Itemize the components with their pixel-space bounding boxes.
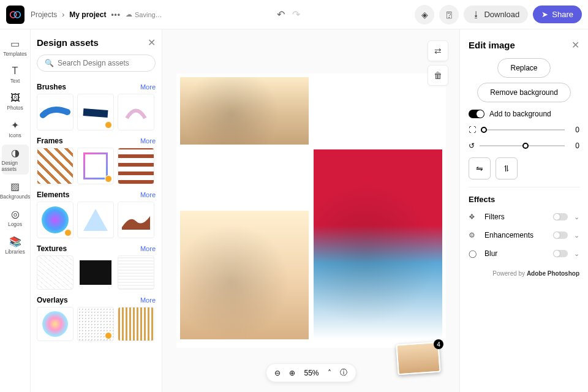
nav-libraries[interactable]: 📚Libraries <box>2 233 29 257</box>
breadcrumb: Projects › My project ••• ☁ Saving… <box>31 10 162 19</box>
collage-cell[interactable] <box>314 149 442 339</box>
breadcrumb-root[interactable]: Projects <box>31 10 57 19</box>
zoom-controls: ⊖ ⊕ 55% ˄ ⓘ <box>265 363 356 382</box>
enhancements-toggle[interactable] <box>553 232 568 239</box>
asset-thumb[interactable] <box>77 94 114 130</box>
share-button[interactable]: ➤ Share <box>533 6 582 23</box>
nav-backgrounds[interactable]: ▨Backgrounds <box>2 178 29 202</box>
close-icon[interactable]: ✕ <box>148 37 156 48</box>
add-to-background-toggle[interactable] <box>469 110 484 118</box>
section-frames: Frames <box>37 137 63 145</box>
effect-filters[interactable]: ❖ Filters ⌄ <box>469 208 579 226</box>
zoom-in-icon[interactable]: ⊕ <box>289 369 295 377</box>
nav-icons[interactable]: ✦Icons <box>2 117 29 141</box>
chevron-down-icon[interactable]: ⌄ <box>574 213 579 221</box>
collage-cell[interactable] <box>180 77 309 145</box>
swap-layout-button[interactable]: ⇄ <box>428 40 448 61</box>
asset-thumb[interactable] <box>77 202 114 238</box>
asset-thumb[interactable] <box>118 148 154 184</box>
remove-background-button[interactable]: Remove background <box>477 83 571 102</box>
design-assets-icon: ◑ <box>11 147 20 159</box>
zoom-out-icon[interactable]: ⊖ <box>274 369 281 377</box>
close-icon[interactable]: ✕ <box>571 39 579 51</box>
asset-thumb[interactable] <box>37 202 74 238</box>
app-logo[interactable] <box>6 6 24 24</box>
asset-thumb[interactable] <box>118 202 154 238</box>
more-link[interactable]: More <box>140 191 156 198</box>
download-button[interactable]: ⭳ Download <box>464 6 528 23</box>
libraries-icon: 📚 <box>9 236 21 247</box>
more-menu-icon[interactable]: ••• <box>111 10 121 19</box>
save-status: ☁ Saving… <box>126 10 162 18</box>
flip-vertical-button[interactable]: ⥮ <box>496 157 518 179</box>
nav-logos[interactable]: ◎Logos <box>2 206 29 230</box>
asset-thumb[interactable] <box>118 255 154 290</box>
asset-thumb[interactable] <box>77 148 114 184</box>
blur-toggle[interactable] <box>553 250 568 257</box>
nav-photos[interactable]: 🖼Photos <box>2 90 29 113</box>
more-link[interactable]: More <box>140 296 156 304</box>
assets-panel: Design assets ✕ 🔍 BrushesMore FramesMore… <box>31 29 162 392</box>
share-icon: ➤ <box>541 10 548 19</box>
asset-thumb[interactable] <box>37 94 74 130</box>
canvas[interactable]: ⇄ 🗑 4 ⊖ ⊕ 55% ˄ ⓘ <box>162 29 459 392</box>
history-controls: ↶ ↷ <box>168 9 409 20</box>
search-input[interactable]: 🔍 <box>37 55 156 72</box>
asset-thumb[interactable] <box>77 255 114 290</box>
collage-cell[interactable] <box>180 211 309 339</box>
nav-text[interactable]: TText <box>2 63 29 86</box>
enhancements-icon: ⚙ <box>469 231 478 239</box>
chevron-up-icon[interactable]: ˄ <box>328 369 331 377</box>
add-to-background-label: Add to background <box>489 110 551 118</box>
asset-thumb[interactable] <box>118 307 154 341</box>
more-link[interactable]: More <box>140 245 156 252</box>
svg-point-1 <box>14 12 20 18</box>
icons-icon: ✦ <box>11 119 19 131</box>
effects-heading: Effects <box>469 195 579 204</box>
section-textures: Textures <box>37 244 67 253</box>
filters-icon: ❖ <box>469 213 478 221</box>
chevron-down-icon[interactable]: ⌄ <box>574 250 579 258</box>
backgrounds-icon: ▨ <box>10 181 20 192</box>
delete-button[interactable]: 🗑 <box>428 65 448 86</box>
more-link[interactable]: More <box>140 137 156 145</box>
layer-stack[interactable]: 4 <box>397 343 440 374</box>
flip-horizontal-button[interactable]: ⇋ <box>469 157 491 179</box>
redo-icon[interactable]: ↷ <box>292 9 300 20</box>
asset-thumb[interactable] <box>77 307 114 341</box>
nav-design-assets[interactable]: ◑Design assets <box>2 145 29 175</box>
filters-toggle[interactable] <box>553 213 568 221</box>
section-elements: Elements <box>37 190 69 199</box>
hint-button[interactable]: ◈ <box>415 5 434 24</box>
crop-icon: ⛶ <box>469 126 476 134</box>
section-brushes: Brushes <box>37 83 66 91</box>
asset-thumb[interactable] <box>118 94 154 130</box>
effect-enhancements[interactable]: ⚙ Enhancements ⌄ <box>469 226 579 244</box>
logos-icon: ◎ <box>11 208 20 220</box>
asset-thumb[interactable] <box>37 307 74 341</box>
chevron-down-icon[interactable]: ⌄ <box>574 232 579 239</box>
rotate-icon: ↺ <box>469 141 475 150</box>
info-icon[interactable]: ⓘ <box>340 368 347 378</box>
download-icon: ⭳ <box>472 10 480 19</box>
templates-icon: ▭ <box>10 38 20 50</box>
photo-collage[interactable] <box>176 74 446 348</box>
breadcrumb-project[interactable]: My project <box>69 10 106 19</box>
search-icon: 🔍 <box>45 59 54 67</box>
nav-templates[interactable]: ▭Templates <box>2 36 29 59</box>
replace-button[interactable]: Replace <box>497 58 550 78</box>
asset-thumb[interactable] <box>37 255 74 290</box>
photos-icon: 🖼 <box>10 92 20 104</box>
crop-slider[interactable] <box>481 129 565 130</box>
edit-panel: Edit image ✕ Replace Remove background A… <box>459 29 588 392</box>
section-overlays: Overlays <box>37 296 68 304</box>
zoom-percent[interactable]: 55% <box>304 369 318 377</box>
blur-icon: ◯ <box>469 249 478 258</box>
asset-thumb[interactable] <box>37 148 74 184</box>
rotate-slider[interactable] <box>480 145 565 146</box>
settings-button[interactable]: ⍰ <box>439 5 459 24</box>
undo-icon[interactable]: ↶ <box>277 9 285 20</box>
text-icon: T <box>12 66 18 77</box>
more-link[interactable]: More <box>140 83 156 91</box>
effect-blur[interactable]: ◯ Blur ⌄ <box>469 244 579 263</box>
